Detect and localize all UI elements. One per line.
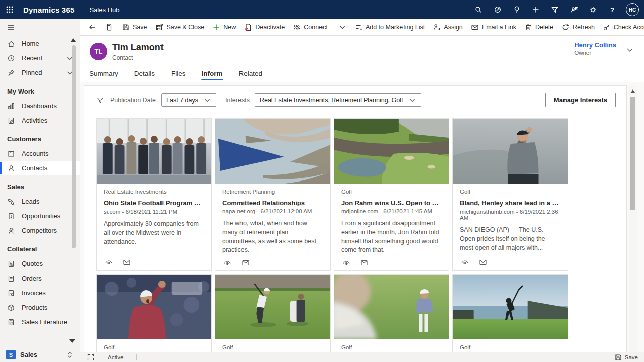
new-plus-icon: [212, 23, 220, 31]
new-button[interactable]: New: [208, 19, 240, 36]
sidebar-item-recent[interactable]: Recent: [0, 51, 80, 65]
sidebar-item-leads[interactable]: Leads: [0, 194, 80, 209]
mark-as-seen-eye-icon[interactable]: [461, 258, 469, 266]
news-card[interactable]: Golf Jon Rahm wins U.S. Open to claim fi…: [334, 118, 449, 271]
sidebar-item-invoices[interactable]: Invoices: [0, 286, 80, 300]
help-icon[interactable]: ?: [603, 0, 622, 19]
tab-related[interactable]: Related: [238, 67, 263, 82]
record-status: Active: [108, 354, 123, 360]
news-card[interactable]: Golf Bland, Henley share lead in a US Op…: [452, 118, 568, 271]
assign-button[interactable]: Assign: [429, 19, 467, 36]
sidebar-scroll-up-icon[interactable]: [71, 38, 76, 42]
save-button[interactable]: Save: [118, 19, 151, 36]
sidebar-item-accounts[interactable]: Accounts: [0, 146, 80, 161]
save-close-icon: [155, 23, 164, 31]
scrollbar-up-icon[interactable]: [631, 89, 635, 93]
delete-button[interactable]: Delete: [520, 19, 557, 36]
interests-select[interactable]: Real Estate Investments, Retirement Plan…: [255, 93, 422, 107]
card-title[interactable]: Ohio State Football Program Hosts Job ..…: [104, 199, 204, 207]
news-card[interactable]: Golf: [215, 274, 331, 352]
assign-icon: [433, 23, 441, 31]
news-card[interactable]: Golf: [452, 274, 568, 352]
sidebar-item-contacts[interactable]: Contacts: [0, 161, 80, 175]
leads-icon: [7, 198, 15, 206]
svg-text:?: ?: [610, 6, 614, 14]
email-article-icon[interactable]: [479, 258, 487, 266]
form-selector-button[interactable]: [101, 19, 118, 36]
owner-link[interactable]: Henry Collins: [574, 41, 616, 49]
card-title[interactable]: Jon Rahm wins U.S. Open to claim first .…: [341, 199, 442, 206]
settings-gear-icon[interactable]: [584, 0, 603, 19]
email-a-link-button[interactable]: Email a Link: [467, 19, 520, 36]
sidebar-item-sales-literature[interactable]: Sales Literature: [0, 315, 80, 329]
sidebar-group-customers: Customers: [0, 128, 80, 146]
sidebar-item-opportunities[interactable]: Opportunities: [0, 209, 80, 223]
back-button[interactable]: [84, 19, 101, 36]
app-launcher-waffle-icon[interactable]: [0, 0, 19, 19]
scrollbar-thumb[interactable]: [630, 97, 635, 210]
lightbulb-icon[interactable]: [507, 0, 526, 19]
app-title[interactable]: Dynamics 365: [23, 6, 74, 14]
email-article-icon[interactable]: [123, 258, 131, 266]
header-expand-chevron-icon[interactable]: [626, 46, 634, 54]
quick-create-plus-icon[interactable]: [526, 0, 545, 19]
email-link-icon: [471, 23, 479, 31]
check-access-button[interactable]: Check Access: [599, 19, 644, 36]
news-card[interactable]: Golf: [96, 274, 212, 352]
sidebar-item-activities[interactable]: Activities: [0, 113, 80, 128]
content-scrollbar[interactable]: [629, 86, 637, 352]
sidebar-item-orders[interactable]: Orders: [0, 271, 80, 286]
card-description: Approximately 30 companies from all over…: [104, 220, 204, 246]
news-card[interactable]: Real Estate Investments Ohio State Footb…: [96, 118, 212, 271]
app-switcher-icon[interactable]: [66, 351, 74, 359]
status-save-button[interactable]: Save: [614, 353, 638, 361]
manage-interests-button[interactable]: Manage Interests: [545, 93, 616, 107]
card-title[interactable]: Committeed Relationships: [222, 199, 323, 206]
form-icon: [105, 23, 113, 31]
search-icon[interactable]: [469, 0, 488, 19]
news-card[interactable]: Golf: [334, 274, 449, 352]
mark-as-seen-eye-icon[interactable]: [105, 258, 113, 266]
sidebar-item-label: Sales Literature: [22, 318, 67, 326]
card-title[interactable]: Bland, Henley share lead in a US Open ..…: [460, 199, 560, 207]
connect-button[interactable]: Connect: [289, 19, 332, 36]
account-avatar[interactable]: HC: [626, 3, 639, 16]
tab-summary[interactable]: Summary: [89, 67, 119, 82]
collapse-sitemap-icon[interactable]: [0, 19, 20, 36]
feedback-icon[interactable]: [565, 0, 584, 19]
publication-date-select[interactable]: Last 7 days: [161, 93, 216, 107]
sidebar-item-products[interactable]: Products: [0, 300, 80, 315]
sidebar-item-pinned[interactable]: Pinned: [0, 65, 80, 80]
tab-details[interactable]: Details: [134, 67, 155, 82]
deactivate-button[interactable]: Deactivate: [240, 19, 289, 36]
card-description: SAN DIEGO (AP) — The U.S. Open prides it…: [460, 226, 560, 252]
mark-as-seen-eye-icon[interactable]: [223, 259, 231, 267]
sidebar-scrollbar[interactable]: [72, 45, 76, 248]
card-actions: [104, 254, 204, 270]
tab-files[interactable]: Files: [171, 67, 186, 82]
inform-tab-content: Publication Date Last 7 days Interests R…: [80, 82, 644, 352]
sidebar-item-home[interactable]: Home: [0, 36, 80, 51]
refresh-button[interactable]: Refresh: [557, 19, 599, 36]
guidance-compass-icon[interactable]: [488, 0, 507, 19]
email-article-icon[interactable]: [360, 259, 368, 267]
add-to-marketing-list-button[interactable]: Add to Marketing List: [351, 19, 429, 36]
popout-icon[interactable]: [87, 353, 95, 361]
sidebar-item-dashboards[interactable]: Dashboards: [0, 99, 80, 113]
card-category: Golf: [460, 344, 560, 350]
news-thumbnail-job-fair: [97, 119, 211, 184]
mark-as-seen-eye-icon[interactable]: [342, 259, 350, 267]
filter-icon[interactable]: [545, 0, 565, 19]
email-article-icon[interactable]: [242, 259, 250, 267]
command-bar: Save Save & Close New Deactivate Connect…: [80, 19, 644, 36]
sidebar-item-competitors[interactable]: Competitors: [0, 223, 80, 238]
tab-inform[interactable]: Inform: [201, 67, 223, 82]
connect-dropdown-button[interactable]: [334, 19, 351, 36]
save-and-close-button[interactable]: Save & Close: [151, 19, 209, 36]
owner-role-label: Owner: [574, 50, 616, 56]
news-panel: Publication Date Last 7 days Interests R…: [84, 85, 627, 352]
sidebar-scroll-down-icon[interactable]: [69, 339, 75, 343]
news-card[interactable]: Retirement Planning Committeed Relations…: [215, 118, 331, 271]
app-area-name[interactable]: Sales Hub: [89, 6, 119, 14]
sidebar-item-quotes[interactable]: Quotes: [0, 256, 80, 271]
